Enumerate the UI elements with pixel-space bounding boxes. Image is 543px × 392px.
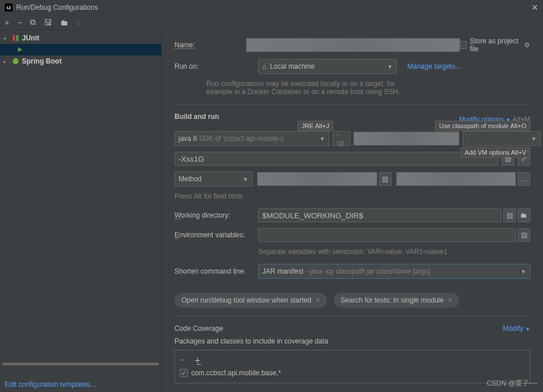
class-input[interactable] bbox=[257, 172, 377, 186]
titlebar: IJ Run/Debug Configurations ✕ bbox=[0, 0, 543, 15]
junit-icon bbox=[12, 34, 20, 42]
folder-icon[interactable]: 🖿 bbox=[60, 18, 68, 27]
method-input[interactable] bbox=[396, 172, 516, 186]
workdir-input[interactable] bbox=[258, 208, 501, 222]
edit-templates-link[interactable]: Edit configuration templates... bbox=[0, 377, 161, 392]
more-icon[interactable]: … bbox=[518, 172, 530, 186]
remove-pkg-icon[interactable]: − bbox=[180, 355, 185, 365]
app-icon: IJ bbox=[5, 3, 13, 12]
sidebar-scrollbar[interactable] bbox=[2, 363, 159, 365]
add-icon[interactable]: + bbox=[5, 18, 9, 27]
svg-rect-1 bbox=[16, 35, 18, 41]
method-select[interactable]: Method▼ bbox=[174, 171, 252, 186]
svg-point-3 bbox=[13, 58, 18, 64]
coverage-box: − +̲ com.ccbscf.api.mobile.base.* bbox=[174, 350, 530, 383]
sidebar: ▾ JUnit ▸ Spring Boot Edit configuration… bbox=[0, 30, 162, 392]
close-icon[interactable]: ✕ bbox=[531, 3, 538, 12]
workdir-label: Working directory: bbox=[174, 211, 258, 219]
folder-icon[interactable]: 🖿 bbox=[518, 208, 530, 222]
env-browse-icon[interactable]: ▤ bbox=[518, 228, 530, 242]
coverage-title: Code Coverage bbox=[174, 324, 223, 333]
env-input[interactable] bbox=[258, 228, 516, 242]
svg-rect-0 bbox=[13, 35, 15, 41]
spring-icon bbox=[12, 57, 20, 65]
coverage-checkbox[interactable] bbox=[180, 369, 188, 377]
svg-marker-2 bbox=[18, 47, 23, 52]
coverage-modify-link[interactable]: Modify ▼ bbox=[503, 324, 530, 333]
shorten-select[interactable]: JAR manifest - java -cp classpath.jar cl… bbox=[258, 264, 530, 279]
cp-field[interactable]: -cp bbox=[333, 131, 350, 146]
chevron-down-icon: ▼ bbox=[531, 136, 537, 142]
chevron-down-icon[interactable]: ▾ bbox=[3, 35, 9, 42]
add-pkg-icon[interactable]: +̲ bbox=[194, 356, 201, 365]
runon-hint: Run configurations may be executed local… bbox=[206, 80, 530, 96]
shorten-label: Shorten command line: bbox=[174, 267, 258, 275]
vm-options-input[interactable] bbox=[174, 152, 498, 166]
chevron-right-icon[interactable]: ▸ bbox=[3, 58, 9, 65]
tree-label-junit: JUnit bbox=[22, 34, 39, 42]
toolbar: + − ⧉ 🖫 🖿 ↕ bbox=[0, 15, 543, 30]
gear-icon[interactable]: ⚙ bbox=[524, 41, 530, 49]
remove-icon[interactable]: − bbox=[17, 18, 22, 27]
chevron-down-icon: ▼ bbox=[243, 176, 248, 182]
module-select[interactable]: ▼ bbox=[463, 131, 541, 146]
manage-targets-link[interactable]: Manage targets... bbox=[407, 62, 461, 70]
tree-item-spring[interactable]: ▸ Spring Boot bbox=[0, 55, 161, 67]
runon-select[interactable]: ⌂Local machine ▼ bbox=[258, 59, 397, 74]
chevron-down-icon: ▼ bbox=[387, 64, 393, 70]
jre-hint: JRE Alt+J bbox=[297, 121, 333, 131]
classpath-hint: Use classpath of module Alt+O bbox=[435, 121, 530, 131]
store-checkbox[interactable] bbox=[460, 41, 467, 49]
tree-item-selected[interactable] bbox=[0, 44, 161, 55]
name-label: Name: bbox=[174, 41, 246, 49]
runon-label: Run on: bbox=[174, 62, 258, 70]
store-label: SStore as project filetore as project fi… bbox=[470, 37, 520, 53]
env-hint: Separate variables with semicolon: VAR=v… bbox=[258, 248, 530, 256]
junit-run-icon bbox=[16, 46, 24, 54]
chip-search-tests[interactable]: Search for tests: In single module× bbox=[334, 293, 459, 308]
config-tree: ▾ JUnit ▸ Spring Boot bbox=[0, 30, 161, 363]
java-select[interactable]: java 8 SDK of 'ccbscf-api-mobile-c ▼ bbox=[174, 131, 329, 146]
remove-chip-icon[interactable]: × bbox=[448, 296, 452, 304]
chevron-down-icon: ▼ bbox=[319, 136, 325, 142]
insert-icon[interactable]: ▤ bbox=[503, 208, 516, 222]
tree-label-spring: Spring Boot bbox=[22, 57, 62, 65]
sort-icon[interactable]: ↕ bbox=[76, 18, 80, 27]
copy-icon[interactable]: ⧉ bbox=[30, 17, 36, 27]
name-input[interactable] bbox=[246, 38, 460, 52]
coverage-sub: Packages and classes to include in cover… bbox=[174, 337, 530, 345]
alt-hints: Press Alt for field hints bbox=[174, 192, 530, 200]
chevron-down-icon: ▼ bbox=[520, 268, 526, 275]
build-run-title: Build and run bbox=[174, 113, 219, 121]
vm-hint: Add VM options Alt+V bbox=[460, 147, 530, 158]
browse-icon[interactable]: ▤ bbox=[379, 172, 392, 186]
chip-open-tool-window[interactable]: Open run/debug tool window when started× bbox=[174, 293, 327, 308]
env-label: Environment variables: bbox=[174, 231, 258, 239]
window-title: Run/Debug Configurations bbox=[16, 3, 98, 12]
watermark: CSDN @栗子~~ bbox=[486, 379, 537, 389]
save-icon[interactable]: 🖫 bbox=[44, 18, 52, 27]
tree-item-junit[interactable]: ▾ JUnit bbox=[0, 32, 161, 44]
content-panel: Name: SStore as project filetore as proj… bbox=[162, 30, 543, 392]
remove-chip-icon[interactable]: × bbox=[316, 296, 320, 304]
coverage-package: com.ccbscf.api.mobile.base.* bbox=[191, 369, 281, 377]
cp-input[interactable] bbox=[354, 132, 459, 145]
